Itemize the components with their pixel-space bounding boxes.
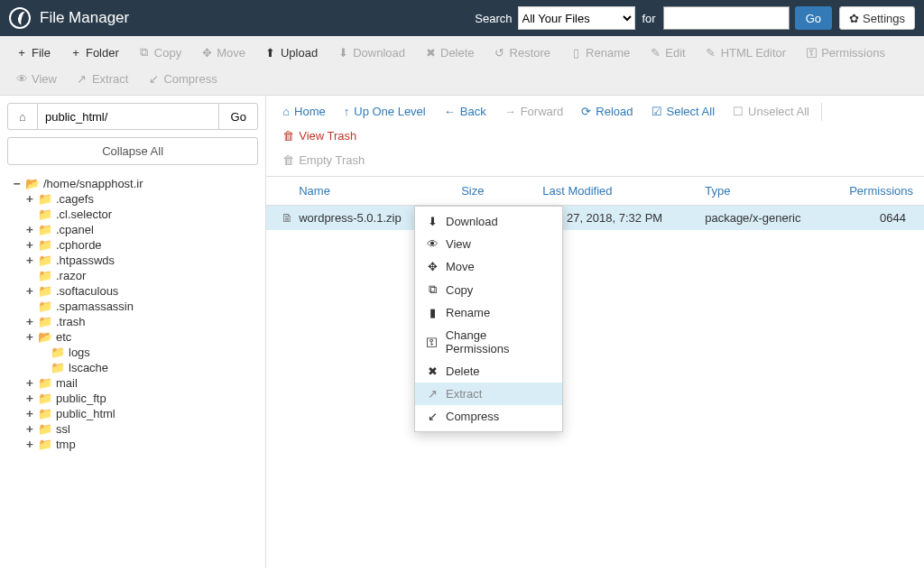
tree-item[interactable]: +📂etc <box>25 329 265 345</box>
ctx-rename[interactable]: ▮Rename <box>415 301 562 324</box>
tree-item[interactable]: +📁mail <box>25 375 265 391</box>
tree-item[interactable]: 📁logs <box>25 345 265 360</box>
search-input[interactable] <box>663 6 790 30</box>
expand-icon[interactable]: + <box>25 284 34 298</box>
table-row[interactable]: 🗎 wordpress-5.0.1.zip 10.85 MB Dec 27, 2… <box>266 206 924 230</box>
tree-item-label: .cpanel <box>56 223 94 236</box>
x-icon: ✖ <box>426 364 439 378</box>
ctx-extract[interactable]: ↗Extract <box>415 383 562 405</box>
ctx-delete[interactable]: ✖Delete <box>415 360 562 383</box>
expand-icon[interactable]: + <box>25 192 34 206</box>
col-modified[interactable]: Last Modified <box>542 184 705 198</box>
copy-button[interactable]: ⧉Copy <box>130 41 190 64</box>
expand-icon[interactable]: + <box>25 330 34 344</box>
col-permissions[interactable]: Permissions <box>849 184 915 198</box>
edit-button[interactable]: ✎Edit <box>641 41 694 64</box>
restore-button[interactable]: ↺Restore <box>485 41 560 64</box>
edit-icon: ✎ <box>706 46 716 60</box>
expand-icon[interactable]: + <box>25 422 34 436</box>
collapse-icon[interactable]: − <box>13 177 22 190</box>
expand-icon[interactable]: + <box>25 238 34 252</box>
plus-icon: + <box>70 46 81 60</box>
col-name[interactable]: Name <box>299 184 461 198</box>
expand-icon[interactable]: + <box>25 392 34 405</box>
tree-item[interactable]: +📁tmp <box>25 437 265 452</box>
compress-button[interactable]: ↙Compress <box>139 68 226 90</box>
path-go-button[interactable]: Go <box>218 103 258 130</box>
tree-item[interactable]: +📁.cagefs <box>25 191 265 207</box>
tree-item-label: mail <box>56 376 78 390</box>
search-scope-select[interactable]: All Your Files <box>518 6 635 30</box>
ctx-copy[interactable]: ⧉Copy <box>415 278 562 301</box>
expand-icon[interactable]: + <box>25 407 34 420</box>
pencil-icon: ✎ <box>650 46 661 60</box>
expand-icon[interactable]: + <box>25 376 34 390</box>
reload-button[interactable]: ⟳Reload <box>572 99 642 124</box>
nav-home-button[interactable]: ⌂Home <box>273 99 335 124</box>
nav-forward-button[interactable]: →Forward <box>495 99 573 124</box>
move-button[interactable]: ✥Move <box>192 41 254 64</box>
tree-item[interactable]: 📁.cl.selector <box>25 207 265 222</box>
archive-file-icon: 🗎 <box>275 211 299 225</box>
html-editor-button[interactable]: ✎HTML Editor <box>697 41 795 64</box>
cell-type: package/x-generic <box>705 211 849 225</box>
download-button[interactable]: ⬇Download <box>328 41 414 64</box>
view-button[interactable]: 👁View <box>7 68 66 90</box>
col-size[interactable]: Size <box>461 184 542 198</box>
tree-item-label: .trash <box>56 315 86 328</box>
sidebar: ⌂ Go Collapse All − 📂 /home/snapphost.ir… <box>0 96 266 568</box>
tree-item[interactable]: 📁.spamassassin <box>25 299 265 314</box>
ctx-view[interactable]: 👁View <box>415 233 562 255</box>
collapse-all-button[interactable]: Collapse All <box>7 137 258 165</box>
view-trash-button[interactable]: 🗑View Trash <box>273 124 365 148</box>
path-input[interactable] <box>38 103 218 130</box>
tree-item[interactable]: +📁public_ftp <box>25 391 265 406</box>
tree-item-label: etc <box>56 330 71 344</box>
ctx-move[interactable]: ✥Move <box>415 255 562 278</box>
tree-root[interactable]: − 📂 /home/snapphost.ir <box>13 176 265 191</box>
tree-item[interactable]: +📁.softaculous <box>25 283 265 299</box>
nav-up-button[interactable]: ↑Up One Level <box>335 99 435 124</box>
upload-button[interactable]: ⬆Upload <box>256 41 327 64</box>
col-type[interactable]: Type <box>705 184 849 198</box>
trash-icon: 🗑 <box>282 153 294 167</box>
folder-icon: 📁 <box>38 407 52 420</box>
expand-icon[interactable]: + <box>25 438 34 451</box>
tree-item[interactable]: +📁ssl <box>25 421 265 437</box>
tree-item[interactable]: 📁.razor <box>25 268 265 283</box>
search-go-button[interactable]: Go <box>795 6 832 30</box>
delete-button[interactable]: ✖Delete <box>416 41 484 64</box>
tree-item[interactable]: 📁lscache <box>25 360 265 375</box>
file-button[interactable]: +File <box>7 41 60 64</box>
select-all-button[interactable]: ☑Select All <box>642 99 724 124</box>
ctx-download[interactable]: ⬇Download <box>415 210 562 233</box>
rename-button[interactable]: ▯Rename <box>561 41 639 64</box>
cell-modified: Dec 27, 2018, 7:32 PM <box>542 211 705 225</box>
ctx-compress[interactable]: ↙Compress <box>415 405 562 428</box>
nav-back-button[interactable]: ←Back <box>435 99 495 124</box>
upload-icon: ⬆ <box>265 46 276 60</box>
tree-item[interactable]: +📁.htpasswds <box>25 253 265 268</box>
expand-icon[interactable]: + <box>25 223 34 236</box>
settings-button[interactable]: ✿ Settings <box>839 6 915 30</box>
extract-button[interactable]: ↗Extract <box>68 68 137 90</box>
tree-item[interactable]: +📁.trash <box>25 314 265 329</box>
folder-icon: 📁 <box>38 208 52 221</box>
expand-icon[interactable]: + <box>25 315 34 328</box>
folder-icon: 📁 <box>38 422 52 436</box>
x-icon: ✖ <box>425 46 436 60</box>
tree-item[interactable]: +📁public_html <box>25 406 265 421</box>
unselect-all-button[interactable]: ☐Unselect All <box>724 99 818 124</box>
folder-button[interactable]: +Folder <box>61 41 128 64</box>
home-button[interactable]: ⌂ <box>7 103 38 130</box>
tree-item[interactable]: +📁.cphorde <box>25 237 265 253</box>
permissions-button[interactable]: ⚿Permissions <box>797 41 894 64</box>
ctx-change-permissions[interactable]: ⚿Change Permissions <box>415 324 562 360</box>
context-menu: ⬇Download 👁View ✥Move ⧉Copy ▮Rename ⚿Cha… <box>414 206 563 432</box>
app-title: File Manager <box>40 9 129 27</box>
tree-item[interactable]: +📁.cpanel <box>25 222 265 237</box>
expand-icon[interactable]: + <box>25 254 34 267</box>
empty-trash-button[interactable]: 🗑Empty Trash <box>273 148 374 172</box>
plus-icon: + <box>16 46 27 60</box>
cpanel-logo-icon <box>9 7 31 29</box>
